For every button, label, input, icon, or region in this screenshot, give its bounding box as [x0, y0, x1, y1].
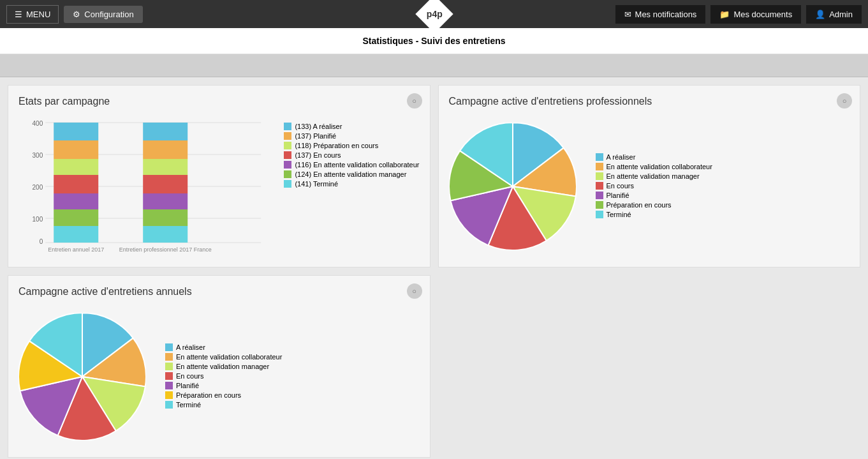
legend-item: Planifié: [165, 382, 282, 389]
documents-label: Mes documents: [733, 10, 792, 19]
legend-label: En attente validation manager: [176, 363, 269, 370]
legend-item: Planifié: [596, 192, 712, 199]
legend-color: [284, 132, 291, 140]
legend-color: [596, 201, 603, 209]
legend-color: [165, 343, 173, 351]
notifications-button[interactable]: ✉ Mes notifications: [615, 5, 706, 24]
legend-color: [284, 151, 291, 159]
legend-color: [596, 182, 603, 190]
menu-button[interactable]: ☰ MENU: [6, 5, 59, 24]
notifications-icon: ✉: [624, 10, 631, 19]
main-content: Etats par campagne ○ 400 300 200 100 0: [0, 77, 868, 459]
card-pro-icon[interactable]: ○: [837, 93, 852, 109]
card-annual-title: Campagne active d'entretiens annuels: [18, 286, 420, 297]
legend-label: (137) En cours: [295, 151, 341, 159]
svg-text:200: 200: [33, 184, 43, 191]
config-button[interactable]: ⚙ Configuration: [64, 6, 142, 23]
bar-chart-wrapper: 400 300 200 100 0: [18, 116, 274, 257]
pie-pro-svg: [449, 123, 577, 250]
legend-color: [596, 211, 603, 218]
etats-legend-list: (133) A réaliser(137) Planifié(118) Prép…: [284, 123, 419, 188]
legend-label: En cours: [607, 182, 634, 190]
chart-and-legend: 400 300 200 100 0: [18, 116, 420, 257]
page-title: Statistiques - Suivi des entretiens: [362, 36, 505, 46]
legend-color: [284, 161, 291, 169]
legend-item: En attente validation collaborateur: [165, 353, 282, 361]
bar1: [54, 123, 98, 243]
config-icon: ⚙: [73, 10, 80, 19]
svg-rect-15: [54, 209, 98, 226]
svg-text:100: 100: [33, 216, 43, 223]
legend-label: En cours: [176, 372, 203, 380]
svg-text:0: 0: [40, 238, 43, 245]
legend-color: [165, 353, 173, 361]
pie-pro-layout: A réaliserEn attente validation collabor…: [449, 116, 850, 257]
legend-color: [596, 192, 603, 199]
legend-label: Terminé: [176, 401, 201, 409]
legend-label: Planifié: [607, 192, 629, 199]
legend-color: [165, 372, 173, 380]
legend-label: (141) Terminé: [295, 180, 338, 188]
legend-item: (133) A réaliser: [284, 123, 419, 130]
legend-item: En attente validation manager: [596, 172, 712, 180]
svg-rect-12: [54, 159, 98, 175]
documents-button[interactable]: 📁 Mes documents: [710, 5, 801, 24]
legend-color: [596, 163, 603, 170]
svg-rect-23: [143, 209, 188, 226]
pie-annual-layout: A réaliserEn attente validation collabor…: [18, 306, 420, 447]
bar-chart-svg: 400 300 200 100 0: [18, 116, 274, 257]
legend-label: Planifié: [176, 382, 199, 389]
card-etats-icon[interactable]: ○: [407, 93, 422, 109]
card-annual-icon[interactable]: ○: [407, 283, 422, 299]
legend-item: (141) Terminé: [284, 180, 419, 188]
logo-text: p4p: [426, 9, 442, 19]
menu-icon: ☰: [15, 10, 22, 19]
legend-color: [284, 142, 291, 149]
legend-item: Terminé: [596, 211, 712, 218]
pie-pro-legend: A réaliserEn attente validation collabor…: [596, 153, 712, 220]
legend-color: [596, 153, 603, 161]
svg-text:300: 300: [33, 152, 43, 159]
legend-label: En attente validation collaborateur: [607, 163, 712, 170]
svg-rect-18: [143, 123, 188, 140]
admin-button[interactable]: 👤 Admin: [806, 5, 862, 24]
header-right: ✉ Mes notifications 📁 Mes documents 👤 Ad…: [615, 5, 862, 24]
legend-item: A réaliser: [596, 153, 712, 161]
svg-text:400: 400: [33, 120, 43, 127]
pie-annual-svg: [18, 313, 146, 440]
card-campagne-annuels: Campagne active d'entretiens annuels ○ A…: [8, 275, 430, 458]
legend-item: (137) En cours: [284, 151, 419, 159]
legend-item: A réaliser: [165, 343, 282, 351]
legend-item: (116) En attente validation collaborateu…: [284, 161, 419, 169]
bar-chart-legend: (133) A réaliser(137) Planifié(118) Prép…: [284, 116, 419, 257]
bar2: [143, 123, 188, 243]
legend-color: [165, 382, 173, 389]
config-label: Configuration: [84, 10, 133, 19]
annual-legend-list: A réaliserEn attente validation collabor…: [165, 343, 282, 409]
svg-rect-11: [54, 140, 98, 159]
legend-label: (133) A réaliser: [295, 123, 342, 130]
legend-label: (137) Planifié: [295, 132, 336, 140]
legend-label: (124) En attente validation manager: [295, 170, 406, 178]
legend-label: A réaliser: [607, 153, 636, 161]
svg-rect-16: [54, 226, 98, 243]
legend-item: (124) En attente validation manager: [284, 170, 419, 178]
toolbar: [0, 54, 868, 77]
legend-color: [165, 401, 173, 409]
legend-label: En attente validation manager: [607, 172, 700, 180]
documents-icon: 📁: [719, 10, 730, 19]
menu-label: MENU: [26, 10, 50, 19]
pro-legend-list: A réaliserEn attente validation collabor…: [596, 153, 712, 218]
legend-color: [165, 391, 173, 399]
legend-item: En cours: [165, 372, 282, 380]
legend-label: (116) En attente validation collaborateu…: [295, 161, 419, 169]
svg-rect-24: [143, 226, 188, 243]
legend-item: (118) Préparation en cours: [284, 142, 419, 149]
legend-item: Préparation en cours: [165, 391, 282, 399]
admin-icon: 👤: [815, 10, 825, 19]
legend-color: [284, 170, 291, 178]
svg-rect-13: [54, 175, 98, 193]
card-etats-title: Etats par campagne: [18, 96, 420, 107]
card-pro-title: Campagne active d'entretiens professionn…: [449, 96, 850, 107]
legend-label: Préparation en cours: [607, 201, 672, 209]
